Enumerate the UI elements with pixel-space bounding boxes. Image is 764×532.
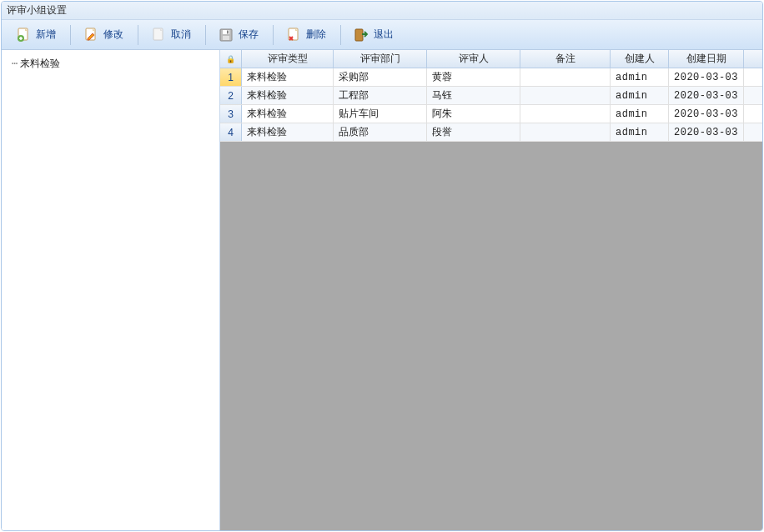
cell-date: 2020-03-03 — [669, 105, 744, 123]
cell-date: 2020-03-03 — [669, 123, 744, 141]
toolbar: 新增 修改 取消 — [2, 20, 762, 50]
cell-remark — [520, 123, 611, 141]
cell-creator: admin — [611, 87, 669, 104]
edit-label: 修改 — [103, 28, 123, 42]
tree-item-label: 来料检验 — [20, 57, 60, 71]
cell-creator: admin — [611, 123, 669, 141]
rownum: 2 — [220, 87, 242, 104]
grid-body: 1来料检验采购部黄蓉admin2020-03-032来料检验工程部马钰admin… — [220, 68, 762, 142]
cell-date: 2020-03-03 — [669, 68, 744, 86]
table-row[interactable]: 2来料检验工程部马钰admin2020-03-03 — [220, 87, 762, 105]
cell-date: 2020-03-03 — [669, 87, 744, 104]
header-dept[interactable]: 评审部门 — [334, 50, 427, 68]
header-rownum[interactable]: 🔒 — [220, 50, 242, 68]
edit-icon — [83, 28, 98, 43]
tree-node-icon: ⋯ — [12, 58, 17, 69]
cell-dept: 贴片车间 — [334, 105, 427, 123]
toolbar-separator — [70, 25, 71, 45]
cell-type: 来料检验 — [242, 68, 334, 86]
cell-remark — [520, 105, 611, 123]
toolbar-separator — [205, 25, 206, 45]
header-type[interactable]: 评审类型 — [242, 50, 334, 68]
toolbar-separator — [138, 25, 138, 45]
tree-panel: ⋯ 来料检验 — [2, 50, 220, 530]
add-label: 新增 — [36, 28, 56, 42]
svg-rect-9 — [355, 29, 363, 41]
toolbar-separator — [340, 25, 341, 45]
save-button[interactable]: 保存 — [209, 23, 268, 47]
cell-person: 马钰 — [427, 87, 520, 104]
cell-person: 段誉 — [427, 123, 520, 141]
header-remark[interactable]: 备注 — [520, 50, 611, 68]
cell-creator: admin — [611, 105, 669, 123]
save-icon — [219, 28, 234, 43]
cell-person: 黄蓉 — [427, 68, 520, 86]
cell-type: 来料检验 — [242, 87, 334, 104]
table-row[interactable]: 4来料检验品质部段誉admin2020-03-03 — [220, 123, 762, 142]
rownum: 1 — [220, 68, 242, 86]
header-date[interactable]: 创建日期 — [669, 50, 744, 68]
content-area: ⋯ 来料检验 🔒 评审类型 评审部门 评审人 备注 创建人 创建日期 1来料检验… — [2, 50, 762, 530]
cell-remark — [520, 87, 611, 104]
cell-type: 来料检验 — [242, 105, 334, 123]
cell-dept: 工程部 — [334, 87, 427, 104]
edit-button[interactable]: 修改 — [74, 23, 133, 47]
cancel-icon — [151, 28, 166, 43]
window-frame: 评审小组设置 新增 修改 — [1, 1, 763, 531]
cell-person: 阿朱 — [427, 105, 520, 123]
exit-button[interactable]: 退出 — [344, 23, 403, 47]
toolbar-separator — [273, 25, 274, 45]
cell-dept: 采购部 — [334, 68, 427, 86]
svg-rect-7 — [227, 30, 229, 33]
rownum: 3 — [220, 105, 242, 123]
lock-icon: 🔒 — [226, 55, 235, 63]
add-button[interactable]: 新增 — [7, 23, 65, 47]
delete-icon — [286, 28, 301, 43]
cell-type: 来料检验 — [242, 123, 334, 141]
tree-item-incoming-inspection[interactable]: ⋯ 来料检验 — [3, 55, 218, 72]
header-person[interactable]: 评审人 — [427, 50, 520, 68]
cell-creator: admin — [611, 68, 669, 86]
delete-button[interactable]: 删除 — [277, 23, 335, 47]
add-icon — [16, 28, 31, 43]
cell-remark — [520, 68, 611, 86]
cancel-label: 取消 — [171, 28, 191, 42]
rownum: 4 — [220, 123, 242, 141]
window-title: 评审小组设置 — [7, 3, 67, 18]
grid-header: 🔒 评审类型 评审部门 评审人 备注 创建人 创建日期 — [220, 50, 762, 68]
table-row[interactable]: 1来料检验采购部黄蓉admin2020-03-03 — [220, 68, 762, 87]
save-label: 保存 — [239, 28, 259, 42]
svg-rect-6 — [223, 36, 229, 40]
delete-label: 删除 — [306, 28, 326, 42]
titlebar: 评审小组设置 — [2, 2, 762, 20]
cancel-button[interactable]: 取消 — [142, 23, 200, 47]
header-creator[interactable]: 创建人 — [611, 50, 669, 68]
cell-dept: 品质部 — [334, 123, 427, 141]
exit-icon — [354, 28, 369, 43]
table-row[interactable]: 3来料检验贴片车间阿朱admin2020-03-03 — [220, 105, 762, 123]
grid-panel: 🔒 评审类型 评审部门 评审人 备注 创建人 创建日期 1来料检验采购部黄蓉ad… — [220, 50, 762, 530]
exit-label: 退出 — [374, 28, 394, 42]
